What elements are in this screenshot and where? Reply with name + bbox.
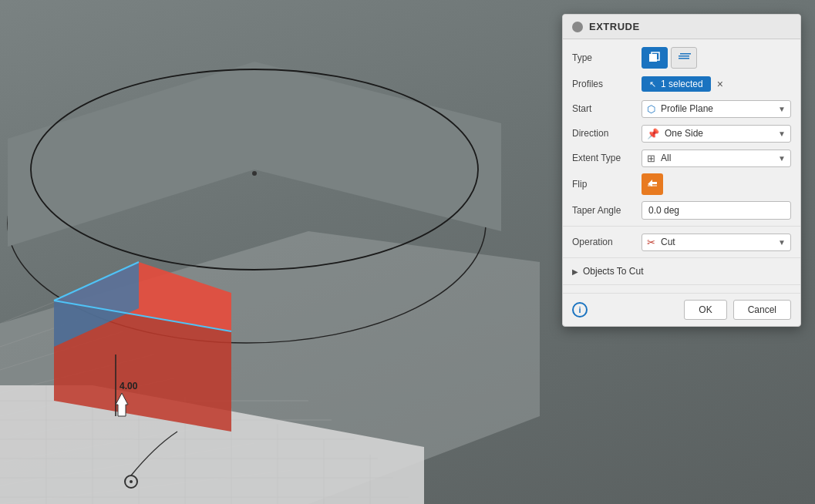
extent-type-label: Extent Type <box>572 153 642 163</box>
operation-text: Cut <box>661 237 775 247</box>
extent-type-icon: ⊞ <box>647 153 655 164</box>
panel-footer: i OK Cancel <box>563 293 800 326</box>
start-dropdown-arrow: ▼ <box>778 105 786 113</box>
panel-title: EXTRUDE <box>589 21 640 32</box>
flip-control <box>642 173 791 195</box>
direction-dropdown-arrow: ▼ <box>778 129 786 138</box>
flip-button[interactable] <box>642 173 663 195</box>
profiles-badge-text: 1 selected <box>661 79 703 89</box>
operation-label: Operation <box>572 237 642 247</box>
panel-close-icon[interactable] <box>572 22 583 32</box>
flip-icon <box>646 178 658 190</box>
taper-angle-label: Taper Angle <box>572 205 642 216</box>
divider-3 <box>563 284 800 285</box>
operation-arrow: ▼ <box>778 238 786 247</box>
direction-control: 📌 One Side ▼ <box>642 125 791 143</box>
profiles-badge[interactable]: ↖ 1 selected <box>642 76 711 92</box>
objects-to-cut-row[interactable]: ▶ Objects To Cut <box>563 261 800 281</box>
type-btn-solid[interactable] <box>642 47 668 69</box>
type-row: Type <box>563 44 800 72</box>
extent-type-text: All <box>661 153 775 163</box>
profiles-row: Profiles ↖ 1 selected × <box>563 72 800 96</box>
direction-dropdown-icon: 📌 <box>647 128 659 139</box>
profiles-label: Profiles <box>572 79 642 89</box>
start-control: ⬡ Profile Plane ▼ <box>642 100 791 118</box>
type-label: Type <box>572 52 642 63</box>
svg-text:4.00: 4.00 <box>120 381 138 391</box>
flip-row: Flip <box>563 170 800 198</box>
svg-rect-45 <box>648 185 657 186</box>
svg-marker-2 <box>8 62 501 247</box>
taper-angle-input[interactable] <box>642 201 791 220</box>
panel-header: EXTRUDE <box>563 15 800 39</box>
divider-2 <box>563 257 800 258</box>
info-icon[interactable]: i <box>572 302 588 318</box>
divider-1 <box>563 226 800 227</box>
direction-row: Direction 📌 One Side ▼ <box>563 121 800 146</box>
extrude-panel: EXTRUDE Type <box>562 14 801 327</box>
start-dropdown-icon: ⬡ <box>647 103 655 115</box>
ok-button[interactable]: OK <box>684 300 726 320</box>
svg-rect-43 <box>679 58 689 59</box>
extent-type-control: ⊞ All ▼ <box>642 150 791 167</box>
svg-point-38 <box>130 480 133 483</box>
extent-type-dropdown[interactable]: ⊞ All ▼ <box>642 150 791 167</box>
taper-angle-control <box>642 201 791 220</box>
direction-dropdown-text: One Side <box>665 128 775 139</box>
svg-rect-41 <box>679 55 689 57</box>
svg-point-4 <box>252 171 257 176</box>
start-label: Start <box>572 103 642 114</box>
objects-to-cut-arrow: ▶ <box>572 267 578 276</box>
operation-icon: ✂ <box>647 237 655 248</box>
operation-control: ✂ Cut ▼ <box>642 234 791 251</box>
cancel-button[interactable]: Cancel <box>733 300 791 320</box>
profiles-control: ↖ 1 selected × <box>642 76 791 92</box>
operation-row: Operation ✂ Cut ▼ <box>563 230 800 254</box>
type-control <box>642 47 791 69</box>
objects-to-cut-label: Objects To Cut <box>583 266 643 277</box>
profiles-clear-button[interactable]: × <box>714 76 726 92</box>
operation-dropdown[interactable]: ✂ Cut ▼ <box>642 234 791 251</box>
direction-dropdown[interactable]: 📌 One Side ▼ <box>642 125 791 143</box>
svg-rect-42 <box>680 53 691 55</box>
extent-type-arrow: ▼ <box>778 154 786 163</box>
start-dropdown[interactable]: ⬡ Profile Plane ▼ <box>642 100 791 118</box>
profiles-badge-icon: ↖ <box>649 79 656 89</box>
extent-type-row: Extent Type ⊞ All ▼ <box>563 146 800 170</box>
start-dropdown-text: Profile Plane <box>661 103 775 114</box>
start-row: Start ⬡ Profile Plane ▼ <box>563 96 800 121</box>
taper-angle-row: Taper Angle <box>563 198 800 223</box>
direction-label: Direction <box>572 128 642 139</box>
type-btn-surface[interactable] <box>671 47 697 69</box>
panel-body: Type Profiles <box>563 39 800 293</box>
flip-label: Flip <box>572 179 642 190</box>
